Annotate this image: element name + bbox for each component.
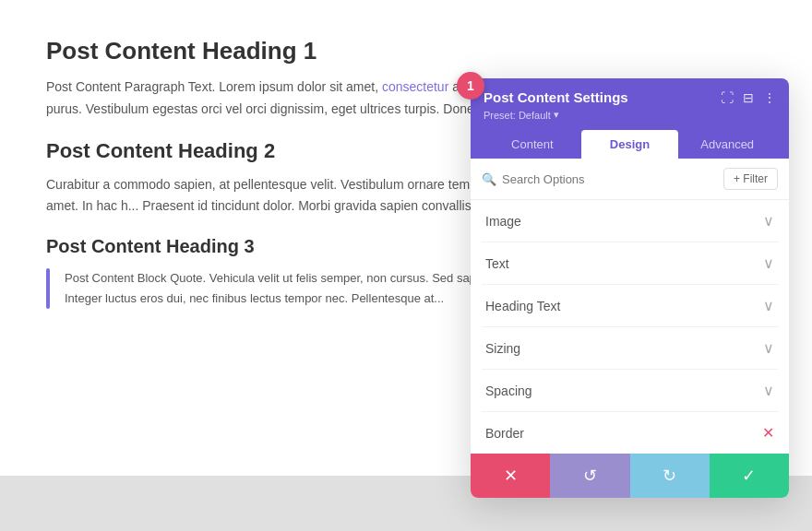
section-spacing[interactable]: Spacing ∨ [482, 370, 778, 412]
section-text[interactable]: Text ∨ [482, 242, 778, 285]
blockquote-bar [46, 268, 50, 309]
tab-content[interactable]: Content [484, 130, 581, 159]
section-sizing-label: Sizing [485, 341, 520, 356]
save-button[interactable]: ✓ [710, 454, 789, 498]
section-heading-text-chevron: ∨ [763, 297, 774, 314]
section-border-label: Border [485, 426, 524, 441]
section-list: Image ∨ Text ∨ Heading Text ∨ Sizing ∨ S… [471, 200, 789, 454]
expand-icon[interactable]: ⛶ [721, 90, 734, 105]
paragraph-link[interactable]: consectetur [382, 79, 448, 94]
tab-design[interactable]: Design [581, 130, 679, 159]
section-border-chevron: ✕ [762, 424, 774, 442]
panel-header-icons: ⛶ ⊟ ⋮ [721, 90, 776, 105]
search-icon: 🔍 [482, 172, 496, 186]
more-icon[interactable]: ⋮ [763, 90, 776, 105]
section-text-chevron: ∨ [763, 254, 774, 272]
section-image-chevron: ∨ [763, 212, 774, 230]
search-input-wrapper: 🔍 [482, 172, 716, 186]
search-input[interactable] [502, 172, 716, 186]
panel-title: Post Content Settings [484, 89, 628, 105]
section-heading-text-label: Heading Text [485, 299, 560, 313]
preset-chevron: ▾ [554, 109, 559, 121]
settings-panel: Post Content Settings ⛶ ⊟ ⋮ Preset: Defa… [471, 78, 789, 498]
section-text-label: Text [485, 256, 509, 271]
section-border[interactable]: Border ✕ [482, 412, 778, 454]
redo-button[interactable]: ↻ [630, 454, 710, 498]
tab-advanced[interactable]: Advanced [678, 130, 776, 159]
cancel-button[interactable]: ✕ [471, 454, 550, 498]
post-heading-1: Post Content Heading 1 [46, 37, 766, 65]
section-sizing[interactable]: Sizing ∨ [482, 327, 778, 370]
search-row: 🔍 + Filter [471, 159, 789, 200]
module-badge: 1 [457, 72, 484, 100]
panel-preset[interactable]: Preset: Default ▾ [484, 109, 776, 121]
panel-header: Post Content Settings ⛶ ⊟ ⋮ Preset: Defa… [471, 78, 789, 159]
panel-tabs: Content Design Advanced [484, 130, 776, 159]
section-heading-text[interactable]: Heading Text ∨ [482, 285, 778, 327]
section-sizing-chevron: ∨ [763, 339, 774, 357]
columns-icon[interactable]: ⊟ [743, 90, 754, 105]
section-image-label: Image [485, 214, 521, 229]
filter-button[interactable]: + Filter [723, 168, 778, 190]
section-image[interactable]: Image ∨ [482, 200, 778, 242]
panel-title-row: Post Content Settings ⛶ ⊟ ⋮ [484, 89, 776, 105]
panel-toolbar: ✕ ↺ ↻ ✓ [471, 454, 789, 498]
undo-button[interactable]: ↺ [550, 454, 629, 498]
section-spacing-label: Spacing [485, 384, 532, 398]
section-spacing-chevron: ∨ [763, 382, 774, 399]
